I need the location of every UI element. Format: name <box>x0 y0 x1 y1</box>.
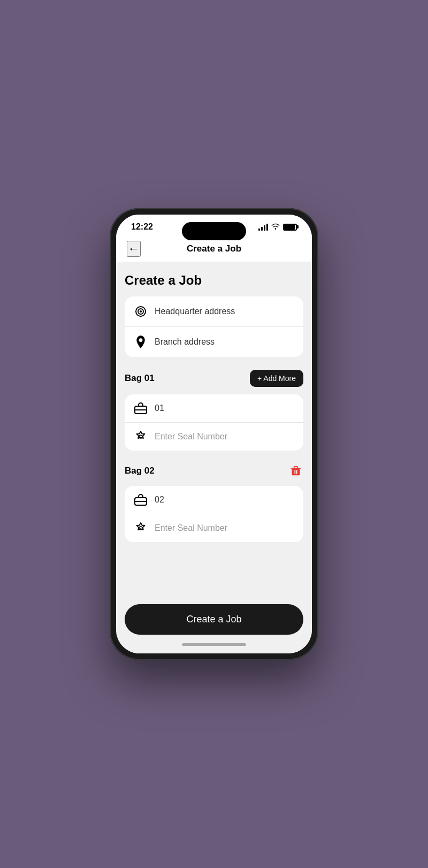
bag2-section-header: Bag 02 <box>125 461 303 481</box>
briefcase-icon-2 <box>134 493 147 506</box>
add-more-button[interactable]: + Add More <box>250 370 303 387</box>
nav-bar: ← Create a Job <box>116 237 312 262</box>
bag1-seal-item[interactable]: Enter Seal Number <box>125 422 303 451</box>
bag1-seal-placeholder: Enter Seal Number <box>155 432 227 441</box>
phone-screen: 12:22 <box>116 215 312 653</box>
headquarter-address-item[interactable]: Headquarter address <box>125 296 303 326</box>
bag1-number: 01 <box>155 403 164 413</box>
seal-icon-2 <box>134 522 147 535</box>
bag2-number: 02 <box>155 495 164 505</box>
nav-title: Create a Job <box>187 243 241 254</box>
page-title: Create a Job <box>125 273 303 288</box>
bag1-card: 01 Enter Seal Number <box>125 394 303 451</box>
bag1-number-item[interactable]: 01 <box>125 394 303 422</box>
battery-icon <box>283 224 297 231</box>
phone-frame: 12:22 <box>110 208 318 660</box>
bag2-seal-placeholder: Enter Seal Number <box>155 523 227 533</box>
briefcase-icon-1 <box>134 402 147 415</box>
delete-bag2-button[interactable] <box>288 463 303 478</box>
bag2-number-item[interactable]: 02 <box>125 486 303 514</box>
target-icon <box>134 305 147 318</box>
svg-point-6 <box>139 435 142 438</box>
wifi-icon <box>271 223 280 232</box>
svg-point-13 <box>139 527 142 530</box>
content-area: Create a Job Headquarter address <box>116 262 312 596</box>
signal-icon <box>258 223 268 231</box>
branch-label: Branch address <box>155 337 215 347</box>
seal-icon-1 <box>134 430 147 443</box>
create-job-button[interactable]: Create a Job <box>125 604 303 635</box>
trash-icon <box>291 466 301 476</box>
status-icons <box>258 223 297 232</box>
svg-rect-7 <box>292 468 300 475</box>
svg-point-3 <box>139 338 143 342</box>
bottom-section: Create a Job <box>116 596 312 639</box>
bag1-title: Bag 01 <box>125 373 155 384</box>
pin-icon <box>134 336 147 348</box>
bag1-section-header: Bag 01 + Add More <box>125 368 303 389</box>
bag2-card: 02 Enter Seal Number <box>125 486 303 542</box>
bag2-seal-item[interactable]: Enter Seal Number <box>125 514 303 542</box>
branch-address-item[interactable]: Branch address <box>125 326 303 357</box>
address-card: Headquarter address Branch address <box>125 296 303 357</box>
dynamic-island <box>182 222 246 240</box>
back-button[interactable]: ← <box>127 241 141 257</box>
home-indicator <box>116 639 312 653</box>
headquarter-label: Headquarter address <box>155 307 235 316</box>
status-time: 12:22 <box>131 222 153 232</box>
bag2-title: Bag 02 <box>125 466 155 476</box>
svg-point-2 <box>140 310 142 313</box>
